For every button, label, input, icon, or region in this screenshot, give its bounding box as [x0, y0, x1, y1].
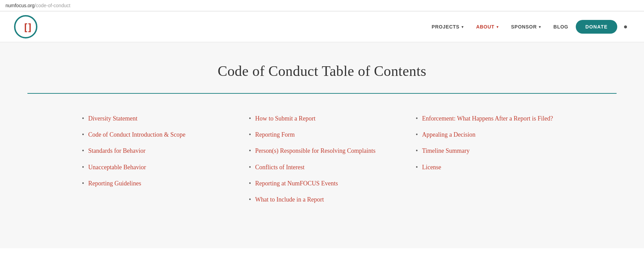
list-item: Person(s) Responsible for Resolving Comp… — [249, 147, 395, 155]
sponsor-chevron-icon: ▼ — [538, 25, 542, 29]
list-item: Reporting Form — [249, 130, 395, 139]
svg-text:]: ] — [27, 22, 33, 33]
logo-wrapper[interactable]: [ ] — [14, 15, 38, 39]
list-item: What to Include in a Report — [249, 195, 395, 204]
list-item: License — [416, 163, 562, 172]
toc-list-2: How to Submit a Report Reporting Form Pe… — [249, 114, 395, 204]
toc-link-diversity[interactable]: Diversity Statement — [88, 114, 137, 123]
list-item: Conflicts of Interest — [249, 163, 395, 172]
toc-link-license[interactable]: License — [422, 163, 441, 172]
toc-column-2: How to Submit a Report Reporting Form Pe… — [249, 114, 395, 211]
numfocus-logo: [ ] — [14, 15, 38, 39]
list-item: Enforcement: What Happens After a Report… — [416, 114, 562, 123]
toc-link-how-to-submit[interactable]: How to Submit a Report — [255, 114, 315, 123]
site-header: [ ] PROJECTS ▼ ABOUT ▼ SPONSOR ▼ BLOG DO… — [0, 11, 644, 42]
list-item: Diversity Statement — [82, 114, 228, 123]
toc-link-appealing[interactable]: Appealing a Decision — [422, 130, 476, 139]
toc-link-unacceptable[interactable]: Unacceptable Behavior — [88, 163, 146, 172]
nav-about[interactable]: ABOUT ▼ — [472, 21, 503, 32]
toc-link-what-to-include[interactable]: What to Include in a Report — [255, 195, 324, 204]
nav-projects[interactable]: PROJECTS ▼ — [428, 21, 469, 32]
toc-link-timeline[interactable]: Timeline Summary — [422, 147, 470, 155]
page-title: Code of Conduct Table of Contents — [27, 63, 617, 79]
list-item: Reporting at NumFOCUS Events — [249, 179, 395, 188]
projects-chevron-icon: ▼ — [461, 25, 465, 29]
toc-link-reporting-guidelines[interactable]: Reporting Guidelines — [88, 179, 141, 188]
donate-button[interactable]: DONATE — [576, 20, 617, 34]
toc-column-3: Enforcement: What Happens After a Report… — [416, 114, 562, 211]
search-button[interactable]: ● — [621, 20, 630, 33]
toc-link-persons-responsible[interactable]: Person(s) Responsible for Resolving Comp… — [255, 147, 375, 155]
toc-grid: Diversity Statement Code of Conduct Intr… — [82, 114, 562, 211]
search-icon: ● — [623, 23, 628, 30]
address-domain: numfocus.org — [5, 3, 35, 8]
list-item: Appealing a Decision — [416, 130, 562, 139]
toc-link-enforcement[interactable]: Enforcement: What Happens After a Report… — [422, 114, 553, 123]
toc-link-introduction[interactable]: Code of Conduct Introduction & Scope — [88, 130, 185, 139]
list-item: Reporting Guidelines — [82, 179, 228, 188]
toc-column-1: Diversity Statement Code of Conduct Intr… — [82, 114, 228, 211]
main-content: Code of Conduct Table of Contents Divers… — [0, 42, 644, 248]
about-chevron-icon: ▼ — [496, 25, 500, 29]
toc-link-standards[interactable]: Standards for Behavior — [88, 147, 145, 155]
list-item: Unacceptable Behavior — [82, 163, 228, 172]
toc-list-1: Diversity Statement Code of Conduct Intr… — [82, 114, 228, 188]
list-item: Timeline Summary — [416, 147, 562, 155]
address-bar: numfocus.org/code-of-conduct — [0, 0, 644, 11]
list-item: How to Submit a Report — [249, 114, 395, 123]
section-divider — [27, 93, 617, 94]
list-item: Standards for Behavior — [82, 147, 228, 155]
toc-link-conflicts[interactable]: Conflicts of Interest — [255, 163, 305, 172]
toc-link-reporting-form[interactable]: Reporting Form — [255, 130, 295, 139]
address-path: /code-of-conduct — [35, 3, 70, 8]
main-nav: PROJECTS ▼ ABOUT ▼ SPONSOR ▼ BLOG DONATE… — [428, 20, 630, 34]
toc-link-events[interactable]: Reporting at NumFOCUS Events — [255, 179, 338, 188]
list-item: Code of Conduct Introduction & Scope — [82, 130, 228, 139]
nav-blog[interactable]: BLOG — [549, 21, 572, 32]
toc-list-3: Enforcement: What Happens After a Report… — [416, 114, 562, 172]
nav-sponsor[interactable]: SPONSOR ▼ — [507, 21, 546, 32]
